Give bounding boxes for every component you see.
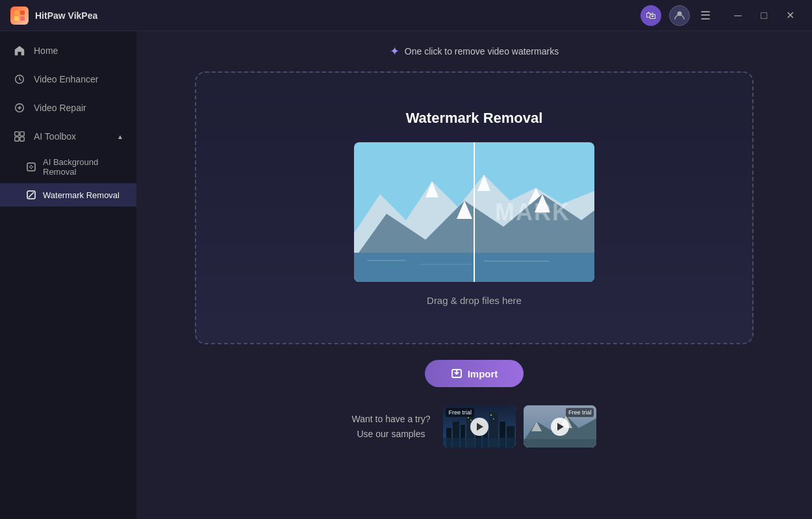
thumb-label-2: Free trial	[566, 408, 594, 417]
app-logo	[10, 6, 29, 25]
svg-rect-8	[20, 132, 24, 136]
user-icon[interactable]	[669, 5, 690, 26]
sidebar-item-video-enhancer[interactable]: Video Enhancer	[0, 65, 136, 94]
title-bar-left: HitPaw VikPea	[10, 6, 97, 25]
svg-rect-1	[20, 10, 25, 15]
svg-rect-0	[14, 10, 19, 15]
sidebar-item-video-repair-label: Video Repair	[34, 103, 86, 113]
window-controls: ─ □ ✕	[726, 5, 802, 26]
play-button-1[interactable]	[470, 418, 488, 436]
drop-zone[interactable]: Watermark Removal	[195, 71, 754, 344]
import-icon	[451, 368, 463, 379]
sample-thumb-2[interactable]: Free trial	[524, 405, 596, 448]
ai-toolbox-icon	[13, 130, 26, 143]
sidebar: Home Video Enhancer Video Repair	[0, 31, 136, 519]
maximize-button[interactable]: □	[752, 5, 776, 26]
samples-section: Want to have a try? Use our samples	[352, 405, 597, 448]
svg-rect-7	[15, 132, 19, 136]
ai-toolbox-chevron	[117, 133, 123, 140]
preview-container: MARK	[354, 142, 594, 282]
import-button[interactable]: Import	[425, 360, 524, 387]
sidebar-item-bg-removal[interactable]: AI Background Removal	[0, 151, 136, 183]
menu-icon[interactable]: ☰	[698, 6, 713, 25]
svg-line-13	[29, 192, 34, 197]
sidebar-item-watermark-removal-label: Watermark Removal	[43, 190, 120, 200]
svg-rect-11	[27, 163, 35, 171]
bg-removal-icon	[26, 162, 36, 172]
sidebar-item-video-repair[interactable]: Video Repair	[0, 94, 136, 122]
thumb-label-1: Free trial	[446, 408, 474, 417]
svg-rect-2	[14, 16, 19, 21]
watermark-removal-icon	[26, 190, 36, 200]
play-triangle-2	[557, 423, 564, 431]
ai-toolbox-header-left: AI Toolbox	[13, 130, 76, 143]
samples-text: Want to have a try? Use our samples	[352, 412, 431, 441]
sidebar-item-video-enhancer-label: Video Enhancer	[34, 74, 98, 84]
preview-divider	[474, 142, 475, 282]
app-title: HitPaw VikPea	[35, 10, 97, 21]
main-layout: Home Video Enhancer Video Repair	[0, 31, 812, 519]
svg-rect-10	[20, 137, 24, 141]
sidebar-item-home-label: Home	[34, 45, 58, 56]
drop-zone-title: Watermark Removal	[406, 110, 543, 127]
minimize-button[interactable]: ─	[726, 5, 750, 26]
sidebar-item-bg-removal-label: AI Background Removal	[43, 157, 123, 177]
enhance-icon	[13, 73, 26, 86]
repair-icon	[13, 101, 26, 114]
ai-toolbox-header[interactable]: AI Toolbox	[0, 122, 136, 151]
samples-text-line1: Want to have a try?	[352, 414, 431, 424]
content-area: ✦ One click to remove video watermarks W…	[136, 31, 812, 519]
close-button[interactable]: ✕	[778, 5, 802, 26]
play-button-2[interactable]	[551, 418, 569, 436]
title-bar-right: 🛍 ☰ ─ □ ✕	[641, 5, 802, 26]
svg-rect-3	[20, 16, 25, 21]
title-bar: HitPaw VikPea 🛍 ☰ ─ □ ✕	[0, 0, 812, 31]
sample-thumbnails: Free trial	[443, 405, 596, 448]
store-icon[interactable]: 🛍	[641, 5, 661, 26]
svg-rect-9	[15, 137, 19, 141]
drag-drop-text: Drag & drop files here	[427, 295, 522, 306]
import-label: Import	[468, 368, 498, 379]
subtitle-text: One click to remove video watermarks	[405, 46, 559, 57]
top-info: ✦ One click to remove video watermarks	[390, 44, 559, 58]
play-triangle-1	[477, 423, 483, 431]
sample-thumb-1[interactable]: Free trial	[443, 405, 516, 448]
ai-toolbox-label: AI Toolbox	[34, 131, 76, 142]
home-icon	[13, 44, 26, 57]
sparkle-icon: ✦	[390, 44, 400, 58]
sidebar-item-watermark-removal[interactable]: Watermark Removal	[0, 183, 136, 207]
sidebar-item-home[interactable]: Home	[0, 36, 136, 65]
samples-text-line2: Use our samples	[357, 429, 425, 439]
